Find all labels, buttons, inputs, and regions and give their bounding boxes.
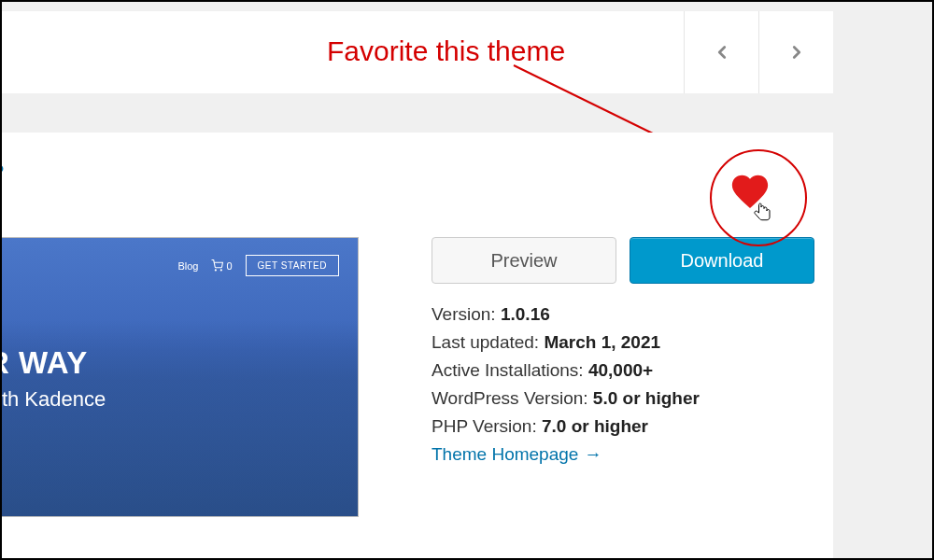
- preview-button[interactable]: Preview: [432, 237, 616, 284]
- screenshot-hero-title: YOUR WAY: [0, 345, 88, 381]
- meta-updated-value: March 1, 2021: [544, 332, 660, 352]
- download-button[interactable]: Download: [630, 237, 814, 284]
- meta-installs-value: 40,000+: [588, 360, 653, 380]
- screenshot-cart: 0: [211, 259, 232, 272]
- theme-meta-column: Preview Download Version: 1.0.16 Last up…: [432, 237, 814, 465]
- meta-php-version: PHP Version: 7.0 or higher: [432, 416, 814, 437]
- favorite-button[interactable]: [729, 170, 771, 217]
- theme-homepage-label: Theme Homepage: [432, 444, 578, 465]
- chevron-left-icon: [712, 42, 732, 63]
- next-theme-button[interactable]: [758, 11, 833, 93]
- meta-wp-version: WordPress Version: 5.0 or higher: [432, 388, 814, 409]
- meta-version-label: Version:: [432, 304, 496, 324]
- meta-php-value: 7.0 or higher: [542, 416, 648, 436]
- svg-point-2: [221, 270, 222, 271]
- chevron-right-icon: [786, 42, 807, 63]
- cart-icon: [211, 259, 223, 272]
- screenshot-get-started: GET STARTED: [246, 255, 339, 276]
- meta-updated-label: Last updated:: [432, 332, 539, 352]
- meta-wp-label: WordPress Version:: [432, 388, 588, 408]
- meta-installs: Active Installations: 40,000+: [432, 360, 814, 381]
- svg-point-1: [216, 270, 217, 271]
- screenshot-nav: Blog 0 GET STARTED: [177, 255, 339, 276]
- meta-installs-label: Active Installations:: [432, 360, 584, 380]
- meta-php-label: PHP Version:: [432, 416, 537, 436]
- meta-version-value: 1.0.16: [501, 304, 550, 324]
- action-buttons-row: Preview Download: [432, 237, 814, 284]
- arrow-right-icon: →: [584, 444, 601, 465]
- author-link-fragment[interactable]: P: [0, 162, 3, 181]
- theme-homepage-link[interactable]: Theme Homepage →: [432, 444, 601, 465]
- screenshot-hero-subtitle: le With Kadence: [0, 387, 106, 412]
- meta-updated: Last updated: March 1, 2021: [432, 332, 814, 353]
- prev-theme-button[interactable]: [684, 11, 758, 93]
- screenshot-cart-count: 0: [226, 260, 232, 272]
- meta-wp-value: 5.0 or higher: [593, 388, 700, 408]
- theme-screenshot[interactable]: Blog 0 GET STARTED YOUR WAY le With Kade…: [0, 237, 359, 517]
- screenshot-nav-blog: Blog: [177, 260, 198, 272]
- meta-version: Version: 1.0.16: [432, 304, 814, 325]
- heart-icon: [729, 170, 771, 213]
- annotation-label: Favorite this theme: [327, 35, 565, 67]
